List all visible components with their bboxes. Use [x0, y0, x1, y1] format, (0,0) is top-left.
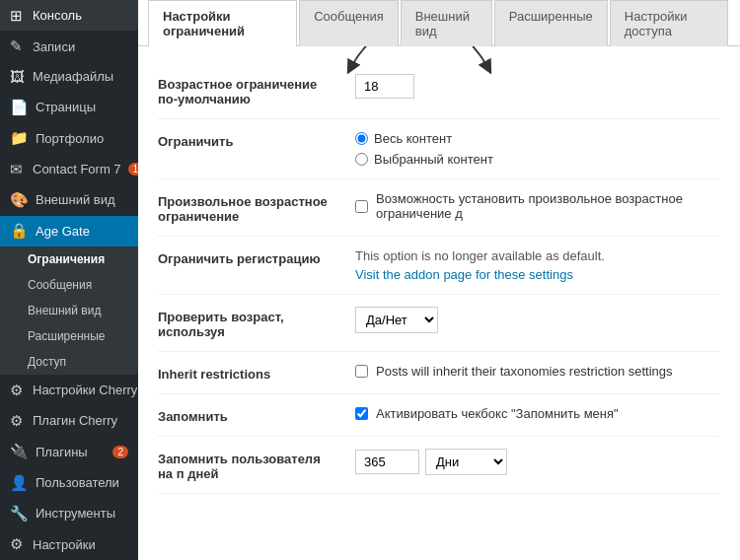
- cf7-icon: ✉: [10, 161, 26, 178]
- form-row-remember-days: Запомнить пользователя на п дней Дни Час…: [158, 437, 720, 494]
- radio-selected-content[interactable]: Выбранный контент: [355, 152, 720, 167]
- control-restrict: Весь контент Выбранный контент: [355, 131, 720, 167]
- check-age-select[interactable]: Да/Нет Опция 2 Опция 3: [355, 307, 438, 333]
- control-check-age: Да/Нет Опция 2 Опция 3: [355, 307, 720, 333]
- sidebar-item-pages[interactable]: 📄 Страницы: [0, 92, 138, 122]
- custom-age-checkbox[interactable]: [355, 200, 368, 213]
- tab-appearance[interactable]: Внешний вид: [401, 0, 492, 46]
- sidebar-item-label: Age Gate: [36, 224, 90, 239]
- sidebar-item-cherry-plugin[interactable]: ⚙ Плагин Cherry: [0, 405, 138, 436]
- inherit-checkbox-item[interactable]: Posts will inherit their taxonomies rest…: [355, 364, 720, 379]
- control-inherit: Posts will inherit their taxonomies rest…: [355, 364, 720, 379]
- appearance-icon: 🎨: [10, 191, 29, 209]
- sidebar-item-label: Пользователи: [36, 475, 119, 490]
- label-restrict-reg: Ограничить регистрацию: [158, 248, 335, 266]
- cf7-badge: 1: [128, 163, 138, 175]
- sidebar: ⊞ Консоль ✎ Записи 🖼 Медиафайлы 📄 Страни…: [0, 0, 138, 560]
- remember-text: Активировать чекбокс "Запомнить меня": [376, 406, 619, 421]
- sidebar-item-label: Плагин Cherry: [33, 413, 117, 428]
- control-age-default: 18: [355, 74, 720, 99]
- form-row-restrict-reg: Ограничить регистрацию This option is no…: [158, 237, 720, 295]
- sidebar-item-label: Инструменты: [36, 506, 115, 521]
- annotation-arrows: [311, 46, 528, 79]
- settings-icon: ⚙: [10, 535, 26, 553]
- sidebar-item-label: Настройки: [33, 537, 96, 552]
- pages-icon: 📄: [10, 99, 29, 116]
- users-icon: 👤: [10, 474, 29, 492]
- label-inherit: Inherit restrictions: [158, 364, 335, 382]
- plugins-icon: 🔌: [10, 443, 29, 460]
- custom-age-checkbox-item[interactable]: Возможность установить произвольное возр…: [355, 191, 720, 221]
- sidebar-item-media[interactable]: 🖼 Медиафайлы: [0, 62, 138, 93]
- sidebar-item-agegate[interactable]: 🔒 Age Gate: [0, 216, 138, 246]
- main-content: Настройки ограничений Сообщения Внешний …: [138, 0, 740, 560]
- label-restrict: Ограничить: [158, 131, 335, 149]
- sidebar-item-settings[interactable]: ⚙ Настройки: [0, 529, 138, 560]
- label-age-default: Возрастное ограничение по-умолчанию: [158, 74, 335, 106]
- plugins-badge: 2: [112, 446, 128, 458]
- inherit-text: Posts will inherit their taxonomies rest…: [376, 364, 673, 379]
- radio-all-content[interactable]: Весь контент: [355, 131, 720, 146]
- submenu-appearance[interactable]: Внешний вид: [0, 298, 138, 323]
- posts-icon: ✎: [10, 37, 26, 55]
- remember-days-input[interactable]: [355, 450, 419, 474]
- cherry-plugin-icon: ⚙: [10, 412, 26, 430]
- sidebar-item-cherry-settings[interactable]: ⚙ Настройки Cherry: [0, 375, 138, 405]
- sidebar-item-plugins[interactable]: 🔌 Плагины 2: [0, 437, 138, 467]
- sidebar-item-label: Плагины: [36, 445, 88, 459]
- inherit-checkbox[interactable]: [355, 365, 368, 378]
- remember-checkbox-item[interactable]: Активировать чекбокс "Запомнить меня": [355, 406, 720, 421]
- sidebar-item-label: Настройки Cherry: [33, 383, 137, 397]
- sidebar-item-label: Записи: [33, 39, 75, 54]
- submenu-restrictions[interactable]: Ограничения: [0, 246, 138, 272]
- sidebar-item-posts[interactable]: ✎ Записи: [0, 31, 138, 61]
- label-custom-age: Произвольное возрастное ограничение: [158, 191, 335, 224]
- submenu-access[interactable]: Доступ: [0, 349, 138, 375]
- control-remember: Активировать чекбокс "Запомнить меня": [355, 406, 720, 421]
- form-row-age-default: Возрастное ограничение по-умолчанию 18: [158, 62, 720, 119]
- remember-checkbox[interactable]: [355, 407, 368, 420]
- sidebar-item-label: Contact Form 7: [33, 162, 121, 176]
- sidebar-item-appearance[interactable]: 🎨 Внешний вид: [0, 184, 138, 215]
- sidebar-item-portfolio[interactable]: 📁 Портфолио: [0, 123, 138, 154]
- sidebar-item-users[interactable]: 👤 Пользователи: [0, 467, 138, 498]
- radio-selected-label: Выбранный контент: [374, 152, 493, 167]
- label-check-age: Проверить возраст, используя: [158, 307, 335, 339]
- sidebar-item-label: Медиафайлы: [33, 69, 113, 84]
- console-icon: ⊞: [10, 7, 26, 25]
- label-remember-days: Запомнить пользователя на п дней: [158, 449, 335, 481]
- tab-messages[interactable]: Сообщения: [299, 0, 399, 46]
- sidebar-item-tools[interactable]: 🔧 Инструменты: [0, 498, 138, 528]
- cherry-settings-icon: ⚙: [10, 382, 26, 399]
- sidebar-item-cf7[interactable]: ✉ Contact Form 7 1: [0, 154, 138, 184]
- portfolio-icon: 📁: [10, 129, 29, 147]
- sidebar-item-label: Консоль: [33, 8, 82, 23]
- control-restrict-reg: This option is no longer available as de…: [355, 248, 720, 282]
- sidebar-item-label: Внешний вид: [36, 192, 115, 207]
- submenu-messages[interactable]: Сообщения: [0, 272, 138, 298]
- control-remember-days: Дни Часы Месяцы: [355, 449, 720, 475]
- tab-advanced[interactable]: Расширенные: [494, 0, 608, 46]
- radio-all-input[interactable]: [355, 132, 368, 145]
- form-row-inherit: Inherit restrictions Posts will inherit …: [158, 352, 720, 394]
- age-default-input[interactable]: 18: [355, 74, 414, 99]
- sidebar-item-label: Страницы: [36, 100, 96, 114]
- agegate-icon: 🔒: [10, 222, 29, 240]
- radio-all-label: Весь контент: [374, 131, 452, 146]
- restrict-reg-link[interactable]: Visit the addon page for these settings: [355, 267, 573, 282]
- form-row-restrict: Ограничить Весь контент Выбранный контен…: [158, 119, 720, 179]
- restrict-reg-line1: This option is no longer available as de…: [355, 248, 720, 263]
- remember-days-unit-select[interactable]: Дни Часы Месяцы: [425, 449, 507, 475]
- radio-selected-input[interactable]: [355, 153, 368, 166]
- sidebar-item-console[interactable]: ⊞ Консоль: [0, 0, 138, 31]
- tab-restrictions[interactable]: Настройки ограничений: [148, 0, 297, 46]
- form-row-remember: Запомнить Активировать чекбокс "Запомнит…: [158, 394, 720, 437]
- tools-icon: 🔧: [10, 505, 29, 523]
- submenu-advanced[interactable]: Расширенные: [0, 323, 138, 349]
- tab-access[interactable]: Настройки доступа: [610, 0, 728, 46]
- tab-bar: Настройки ограничений Сообщения Внешний …: [138, 0, 740, 46]
- label-remember: Запомнить: [158, 406, 335, 424]
- form-row-check-age: Проверить возраст, используя Да/Нет Опци…: [158, 295, 720, 352]
- media-icon: 🖼: [10, 68, 26, 85]
- sidebar-item-label: Портфолио: [36, 131, 104, 146]
